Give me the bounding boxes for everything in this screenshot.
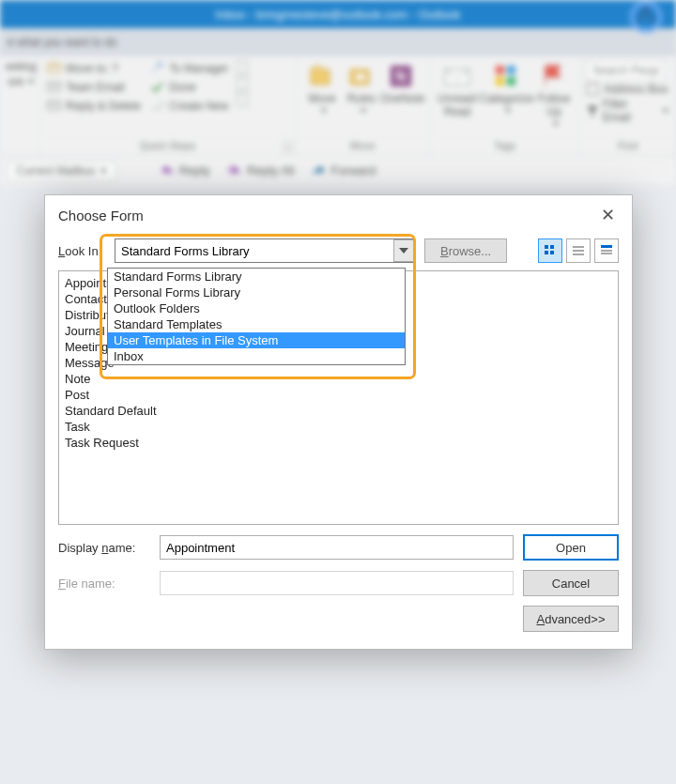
window-title-text: Inbox - bringmesteve@outlook.com - Outlo… bbox=[215, 8, 460, 22]
quickstep-create-new[interactable]: Create New bbox=[148, 98, 230, 114]
message-action-bar: Current Mailbox▼ Reply Reply All Forward bbox=[0, 156, 676, 186]
dialog-title: Choose Form bbox=[58, 208, 144, 223]
funnel-icon bbox=[586, 104, 598, 117]
display-name-input[interactable] bbox=[160, 535, 514, 560]
list-item[interactable]: Task bbox=[65, 419, 612, 435]
list-item[interactable]: Standard Default bbox=[65, 403, 612, 419]
svg-rect-20 bbox=[601, 245, 612, 248]
group-caption-find: Find bbox=[580, 137, 675, 155]
scope-dropdown[interactable]: Current Mailbox▼ bbox=[8, 161, 116, 180]
folder-icon bbox=[308, 62, 336, 90]
combo-option-selected[interactable]: User Templates in File System bbox=[108, 332, 405, 348]
dialog-launcher-icon[interactable]: ↘ bbox=[282, 141, 293, 152]
combo-dropdown-button[interactable] bbox=[393, 239, 414, 262]
search-people-input[interactable] bbox=[586, 60, 666, 81]
onenote-icon: N bbox=[389, 62, 417, 90]
pointer-indicator-icon bbox=[625, 0, 667, 36]
tell-me-placeholder: e what you want to do bbox=[8, 36, 117, 49]
combo-option[interactable]: Personal Forms Library bbox=[108, 284, 405, 300]
rules-button[interactable]: Rules bbox=[342, 60, 381, 116]
view-details-button[interactable] bbox=[594, 238, 619, 263]
move-button[interactable]: Move bbox=[302, 60, 342, 116]
cancel-button[interactable]: Cancel bbox=[523, 570, 619, 596]
advanced-button[interactable]: Advanced>> bbox=[523, 606, 619, 632]
svg-text:N: N bbox=[395, 69, 407, 85]
forward-icon bbox=[311, 162, 327, 178]
combo-option[interactable]: Outlook Folders bbox=[108, 300, 405, 316]
reply-button[interactable]: Reply bbox=[154, 161, 216, 180]
large-icons-icon bbox=[544, 244, 557, 257]
combo-option[interactable]: Inbox bbox=[108, 348, 405, 364]
chevron-down-icon bbox=[399, 248, 408, 254]
look-in-combobox[interactable] bbox=[115, 238, 415, 263]
onenote-button[interactable]: NOneNote bbox=[381, 60, 423, 107]
reply-all-button[interactable]: Reply All bbox=[222, 161, 300, 180]
list-icon bbox=[572, 244, 585, 257]
envelope-icon bbox=[443, 62, 471, 90]
ribbon: eeting ore Move to: ? Team Email Reply &… bbox=[0, 56, 676, 156]
list-item[interactable]: Note bbox=[65, 371, 612, 387]
group-caption-tags: Tags bbox=[430, 137, 579, 155]
look-in-dropdown-list[interactable]: Standard Forms Library Personal Forms Li… bbox=[107, 268, 406, 365]
unread-read-button[interactable]: Unread/ Read bbox=[436, 60, 479, 120]
followup-button[interactable]: Follow Up bbox=[534, 60, 574, 130]
svg-rect-11 bbox=[507, 77, 515, 85]
svg-rect-13 bbox=[545, 245, 548, 249]
quickstep-team-email[interactable]: Team Email bbox=[45, 79, 143, 95]
quickstep-move-to[interactable]: Move to: ? bbox=[45, 60, 143, 76]
address-book-button[interactable]: Address Boo bbox=[586, 83, 668, 96]
svg-rect-15 bbox=[545, 251, 548, 254]
categorize-button[interactable]: Categorize bbox=[479, 60, 534, 116]
list-item[interactable]: Task Request bbox=[65, 435, 612, 451]
view-large-icons-button[interactable] bbox=[538, 238, 562, 263]
look-in-label: Look In: bbox=[58, 244, 105, 258]
forward-button[interactable]: Forward bbox=[305, 161, 381, 180]
display-name-label: Display name: bbox=[58, 541, 150, 555]
quickstep-spinner[interactable] bbox=[236, 60, 249, 107]
svg-rect-4 bbox=[355, 73, 366, 81]
svg-rect-12 bbox=[587, 84, 598, 95]
address-book-icon bbox=[586, 83, 599, 96]
svg-rect-10 bbox=[496, 77, 504, 85]
meeting-button[interactable]: eeting ore bbox=[6, 60, 37, 88]
svg-rect-16 bbox=[550, 251, 554, 254]
tell-me-bar[interactable]: e what you want to do bbox=[0, 28, 676, 56]
choose-form-dialog: Choose Form ✕ Look In: Browse... Appoint… bbox=[44, 194, 633, 650]
categories-icon bbox=[493, 62, 521, 90]
group-caption-quicksteps: Quick Steps bbox=[39, 137, 296, 155]
reply-icon bbox=[160, 162, 176, 178]
quickstep-done[interactable]: Done bbox=[148, 79, 230, 95]
rules-icon bbox=[347, 62, 376, 90]
flag-icon bbox=[540, 62, 568, 90]
svg-rect-14 bbox=[550, 245, 554, 249]
window-title-bar: Inbox - bringmesteve@outlook.com - Outlo… bbox=[0, 0, 676, 28]
quickstep-to-manager[interactable]: To Manager bbox=[148, 60, 230, 76]
combo-option[interactable]: Standard Forms Library bbox=[108, 269, 405, 284]
open-button[interactable]: Open bbox=[523, 534, 619, 561]
look-in-input[interactable] bbox=[115, 238, 415, 263]
details-icon bbox=[600, 244, 613, 257]
quickstep-reply-delete[interactable]: Reply & Delete bbox=[45, 98, 143, 114]
close-button[interactable]: ✕ bbox=[596, 205, 619, 225]
view-list-button[interactable] bbox=[566, 238, 591, 263]
reply-all-icon bbox=[227, 162, 243, 178]
list-item[interactable]: Post bbox=[65, 387, 612, 403]
browse-button[interactable]: Browse... bbox=[424, 238, 507, 263]
filter-email-button[interactable]: Filter Email bbox=[586, 98, 669, 124]
combo-option[interactable]: Standard Templates bbox=[108, 316, 405, 332]
svg-rect-9 bbox=[507, 66, 515, 74]
svg-rect-8 bbox=[496, 66, 504, 74]
file-name-input bbox=[160, 571, 514, 595]
group-caption-move: Move bbox=[297, 137, 429, 155]
file-name-label: File name: bbox=[58, 576, 150, 591]
svg-rect-1 bbox=[48, 64, 60, 72]
